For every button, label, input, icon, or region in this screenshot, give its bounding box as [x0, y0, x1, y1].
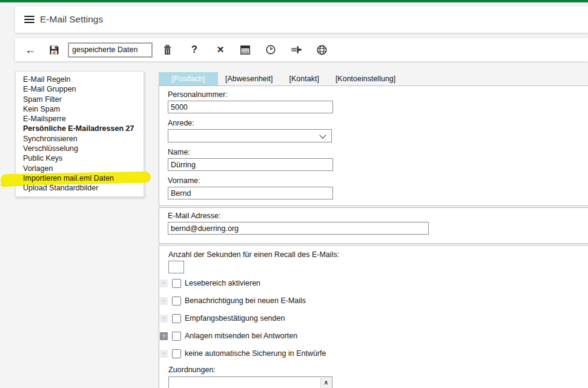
clock-icon[interactable] — [266, 45, 277, 55]
benachrichtigung-checkbox[interactable] — [172, 296, 181, 306]
header-bar: E-Mail Settings — [15, 6, 588, 33]
tab-postfach[interactable]: [Postfach] — [159, 72, 218, 85]
sidebar-item-vorlagen[interactable]: Vorlagen — [23, 164, 144, 173]
toolbar: ← ? ✕ — [15, 38, 588, 61]
sidebar-item-synchronisieren[interactable]: Synchronisieren — [23, 134, 144, 144]
section-email: E-Mail Adresse: — [159, 207, 588, 244]
sidebar-item-email-gruppen[interactable]: E-Mail Gruppen — [23, 84, 144, 94]
tab-kontakt[interactable]: [Kontakt] — [289, 75, 319, 83]
checkbox-label: keine automatische Sicherung in Entwürfe — [185, 349, 326, 358]
sidebar-item-email-regeln[interactable]: E-Mail Regeln — [23, 75, 144, 84]
scroll-up-icon[interactable]: ∧ — [321, 378, 331, 387]
help-badge-icon[interactable]: ? — [160, 350, 168, 358]
calendar-icon[interactable] — [240, 45, 251, 55]
vorname-input[interactable] — [168, 187, 333, 199]
recall-seconds-input[interactable] — [168, 261, 184, 273]
tab-bar: [Postfach] [Abwesenheit] [Kontakt] [Kont… — [159, 72, 395, 85]
connector-icon[interactable] — [291, 45, 302, 54]
checkbox-row-anlagen: ? Anlagen mitsenden bei Antworten — [160, 332, 588, 340]
trash-icon[interactable] — [163, 45, 174, 55]
checkbox-row-keine-sicherung: ? keine automatische Sicherung in Entwür… — [160, 349, 588, 358]
anrede-select[interactable] — [168, 129, 332, 142]
checkbox-label: Empfangsbestätigung senden — [185, 314, 285, 323]
globe-icon[interactable] — [317, 45, 328, 55]
anlagen-checkbox[interactable] — [172, 332, 181, 341]
email-input[interactable] — [168, 222, 429, 235]
vorname-label: Vorname: — [168, 176, 580, 185]
sidebar-item-verschluesselung[interactable]: Verschlüsselung — [23, 144, 144, 153]
email-settings-window: { "window": { "title": "E-Mail Settings"… — [0, 0, 588, 388]
help-badge-icon[interactable]: ? — [160, 332, 168, 340]
help-badge-icon[interactable]: ? — [160, 315, 168, 323]
email-label: E-Mail Adresse: — [168, 212, 580, 220]
close-icon[interactable]: ✕ — [215, 44, 226, 55]
checkbox-label: Anlagen mitsenden bei Antworten — [185, 332, 297, 340]
checkbox-row-lesebereich: ? Lesebereich aktivieren — [160, 279, 588, 287]
anrede-label: Anrede: — [168, 119, 580, 127]
sidebar-item-spam-filter[interactable]: Spam Filter — [23, 95, 144, 104]
checkbox-row-benachrichtigung: ? Benachrichtigung bei neuen E-Mails — [160, 296, 588, 305]
personalnummer-input[interactable] — [168, 101, 333, 113]
tab-kontoeinstellung[interactable]: [Kontoeinstellung] — [335, 75, 395, 83]
empfangsbestaetigung-checkbox[interactable] — [172, 314, 181, 323]
name-label: Name: — [168, 148, 580, 156]
top-accent-bar — [0, 0, 588, 2]
help-badge-icon[interactable]: ? — [160, 297, 168, 305]
settings-sidebar: E-Mail Regeln E-Mail Gruppen Spam Filter… — [15, 71, 144, 197]
page-title: E-Mail Settings — [40, 14, 103, 25]
recall-label: Anzahl der Sekunden für einen Recall des… — [168, 250, 588, 259]
hamburger-menu-icon[interactable] — [24, 14, 35, 25]
sidebar-item-kein-spam[interactable]: Kein Spam — [23, 104, 144, 114]
sidebar-item-emailsperre[interactable]: E-Mailsperre — [23, 114, 144, 124]
section-options: Anzahl der Sekunden für einen Recall des… — [159, 245, 588, 388]
chevron-down-icon — [319, 132, 326, 138]
sidebar-item-persoenliche-emailadressen[interactable]: Persönliche E-Mailadressen 27 — [23, 124, 144, 133]
listbox-scrollbar[interactable]: ∧ — [320, 378, 331, 388]
saved-data-input[interactable] — [68, 42, 153, 58]
save-icon[interactable] — [49, 45, 60, 55]
checkbox-label: Benachrichtigung bei neuen E-Mails — [185, 296, 306, 305]
name-input[interactable] — [168, 158, 333, 171]
lesebereich-checkbox[interactable] — [172, 279, 181, 288]
back-icon[interactable]: ← — [25, 44, 36, 55]
help-icon[interactable]: ? — [189, 44, 200, 55]
checkbox-row-empfangsbestaetigung: ? Empfangsbestätigung senden — [160, 314, 588, 323]
section-person: Personalnummer: Anrede: Name: Vorname: — [159, 85, 588, 206]
sidebar-item-importieren-mail-eml[interactable]: Importieren mail.eml Daten — [23, 173, 144, 183]
personalnummer-label: Personalnummer: — [168, 90, 580, 99]
sidebar-item-upload-standardbilder[interactable]: Upload Standardbilder — [23, 183, 144, 193]
zuordnungen-label: Zuordnungen: — [168, 366, 588, 374]
sidebar-list: E-Mail Regeln E-Mail Gruppen Spam Filter… — [16, 75, 144, 193]
zuordnungen-listbox[interactable]: ∧ — [168, 376, 332, 388]
help-badge-icon[interactable]: ? — [160, 279, 168, 287]
tab-abwesenheit[interactable]: [Abwesenheit] — [225, 75, 273, 83]
checkbox-label: Lesebereich aktivieren — [185, 279, 260, 287]
sidebar-item-public-keys[interactable]: Public Keys — [23, 153, 144, 163]
keine-sicherung-checkbox[interactable] — [172, 349, 181, 358]
